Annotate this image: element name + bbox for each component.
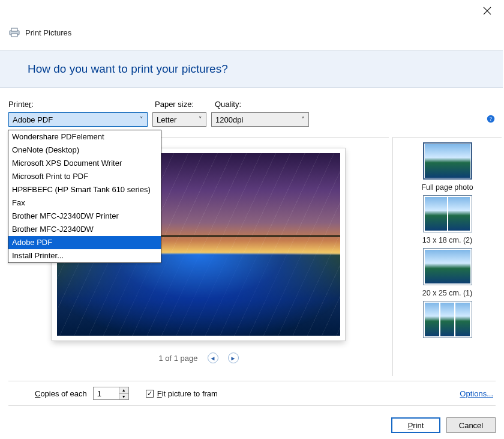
layout-thumb bbox=[423, 195, 472, 232]
svg-rect-1 bbox=[11, 28, 17, 31]
layout-option[interactable]: 13 x 18 cm. (2) bbox=[422, 195, 472, 244]
layout-label: 20 x 25 cm. (1) bbox=[422, 289, 472, 297]
copies-up-button[interactable]: ▲ bbox=[119, 387, 128, 393]
svg-text:?: ? bbox=[490, 116, 492, 122]
copies-down-button[interactable]: ▼ bbox=[119, 393, 128, 399]
options-link[interactable]: Options... bbox=[460, 389, 496, 398]
paper-size-select[interactable]: Letter ˅ bbox=[152, 112, 206, 127]
printer-dropdown[interactable]: Wondershare PDFelementOneNote (Desktop)M… bbox=[8, 130, 161, 263]
copies-row: Copies of each ▲ ▼ ✓ Fit picture to fram… bbox=[8, 381, 496, 406]
layout-thumb bbox=[423, 142, 472, 180]
close-icon bbox=[483, 7, 491, 15]
print-controls: Printer: Paper size: Quality: Adobe PDF … bbox=[8, 100, 496, 127]
printer-option[interactable]: Brother MFC-J2340DW Printer bbox=[8, 210, 161, 223]
paper-size-label: Paper size: bbox=[155, 100, 215, 109]
quality-value: 1200dpi bbox=[215, 115, 243, 124]
fit-picture-label: Fit picture to fram bbox=[157, 389, 218, 398]
printer-option[interactable]: Wondershare PDFelement bbox=[8, 130, 161, 144]
printer-select-value: Adobe PDF bbox=[13, 115, 53, 124]
svg-rect-2 bbox=[11, 34, 17, 37]
printer-option[interactable]: Microsoft XPS Document Writer bbox=[8, 157, 161, 170]
checkbox-icon: ✓ bbox=[146, 390, 154, 398]
printer-icon bbox=[8, 28, 20, 37]
printer-label: Printer: bbox=[8, 100, 155, 109]
close-button[interactable] bbox=[481, 5, 493, 17]
printer-option[interactable]: HP8FBEFC (HP Smart Tank 610 series) bbox=[8, 183, 161, 196]
help-icon: ? bbox=[487, 115, 495, 123]
layout-options: Full page photo13 x 18 cm. (2)20 x 25 cm… bbox=[392, 137, 502, 376]
cancel-button[interactable]: Cancel bbox=[446, 417, 496, 433]
layout-label: Full page photo bbox=[421, 183, 473, 192]
printer-option[interactable]: Microsoft Print to PDF bbox=[8, 170, 161, 183]
chevron-down-icon: ˅ bbox=[301, 116, 305, 124]
dialog-buttons: Print Cancel bbox=[391, 417, 496, 433]
arrow-left-icon: ◄ bbox=[210, 355, 216, 362]
arrow-right-icon: ► bbox=[230, 355, 236, 362]
printer-option[interactable]: Fax bbox=[8, 196, 161, 210]
layout-option[interactable]: 20 x 25 cm. (1) bbox=[422, 248, 472, 297]
pager-label: 1 of 1 page bbox=[158, 354, 197, 363]
pager: 1 of 1 page ◄ ► bbox=[158, 353, 238, 363]
fit-picture-checkbox[interactable]: ✓ Fit picture to fram bbox=[146, 389, 218, 398]
layout-option[interactable] bbox=[423, 301, 472, 338]
paper-size-value: Letter bbox=[157, 115, 176, 124]
dialog-title: Print Pictures bbox=[25, 28, 71, 37]
chevron-down-icon: ˅ bbox=[199, 116, 202, 124]
banner-title: How do you want to print your pictures? bbox=[28, 62, 228, 76]
printer-select[interactable]: Adobe PDF ˅ bbox=[8, 112, 148, 127]
layout-label: 13 x 18 cm. (2) bbox=[422, 236, 472, 244]
copies-spinner[interactable]: ▲ ▼ bbox=[93, 387, 129, 400]
copies-input[interactable] bbox=[94, 387, 119, 399]
layout-option[interactable]: Full page photo bbox=[421, 142, 473, 192]
help-button[interactable]: ? bbox=[486, 114, 496, 124]
chevron-down-icon: ˅ bbox=[140, 116, 143, 124]
print-button[interactable]: Print bbox=[391, 417, 440, 433]
printer-option[interactable]: Adobe PDF bbox=[8, 236, 161, 249]
copies-label: Copies of each bbox=[35, 389, 87, 398]
layout-thumb bbox=[423, 248, 472, 285]
print-pictures-dialog: Print Pictures How do you want to print … bbox=[0, 0, 504, 439]
printer-option[interactable]: Brother MFC-J2340DW bbox=[8, 223, 161, 236]
printer-option[interactable]: Install Printer... bbox=[8, 249, 161, 262]
banner: How do you want to print your pictures? bbox=[0, 50, 503, 88]
next-page-button[interactable]: ► bbox=[228, 353, 239, 363]
title-bar: Print Pictures bbox=[8, 28, 496, 37]
prev-page-button[interactable]: ◄ bbox=[208, 353, 218, 363]
printer-option[interactable]: OneNote (Desktop) bbox=[8, 144, 161, 157]
quality-label: Quality: bbox=[215, 100, 317, 109]
layout-thumb bbox=[423, 301, 472, 338]
quality-select[interactable]: 1200dpi ˅ bbox=[211, 112, 309, 127]
